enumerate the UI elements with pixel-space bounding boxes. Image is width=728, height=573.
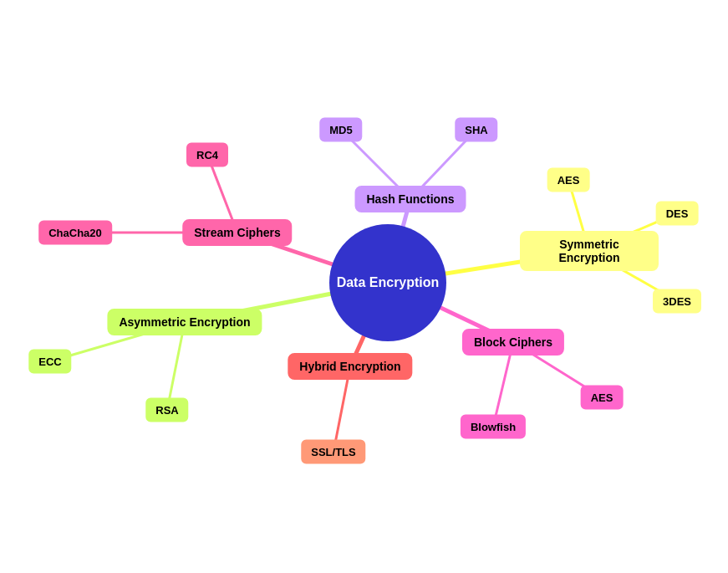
hybrid-node[interactable]: Hybrid Encryption (288, 353, 412, 380)
mind-map: Hash FunctionsMD5SHASymmetric Encryption… (0, 0, 728, 573)
rc4-node[interactable]: RC4 (186, 143, 228, 167)
center-node[interactable]: Data Encryption (329, 224, 446, 341)
sha-node[interactable]: SHA (455, 118, 497, 142)
hash-functions-node[interactable]: Hash Functions (354, 186, 466, 212)
blowfish-node[interactable]: Blowfish (461, 415, 526, 439)
des-node[interactable]: DES (656, 202, 699, 226)
block-ciphers-node[interactable]: Block Ciphers (462, 329, 564, 356)
stream-ciphers-node[interactable]: Stream Ciphers (182, 219, 292, 246)
aes-sym-node[interactable]: AES (547, 168, 590, 192)
ssltls-node[interactable]: SSL/TLS (301, 440, 365, 464)
chacha20-node[interactable]: ChaCha20 (38, 221, 112, 245)
md5-node[interactable]: MD5 (319, 118, 362, 142)
rsa-node[interactable]: RSA (145, 398, 188, 422)
aes-block-node[interactable]: AES (581, 386, 624, 410)
ecc-node[interactable]: ECC (28, 350, 71, 374)
asymmetric-node[interactable]: Asymmetric Encryption (107, 309, 262, 335)
3des-node[interactable]: 3DES (653, 289, 701, 314)
symmetric-node[interactable]: Symmetric Encryption (520, 231, 659, 271)
